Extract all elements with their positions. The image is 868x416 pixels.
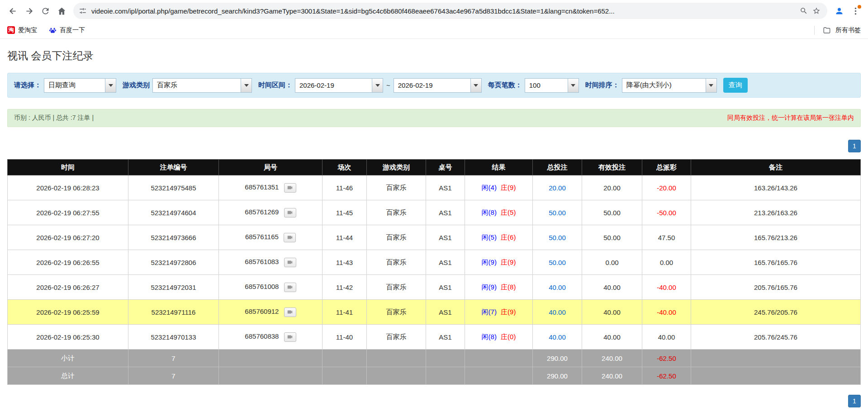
zoom-icon (800, 7, 808, 15)
round-id-value: 685761165 (245, 233, 279, 241)
bookmark-star-button[interactable] (810, 5, 823, 17)
filter-bar: 请选择： 日期查询 游戏类别 百家乐 时间区间： 2026-02-19 ~ 20… (7, 73, 861, 98)
cell-total-bet[interactable]: 40.00 (533, 300, 582, 325)
cell-note: 165.76/165.76 (691, 250, 861, 275)
bookmark-taobao[interactable]: 淘 爱淘宝 (7, 26, 37, 34)
back-button[interactable] (5, 3, 21, 19)
empty-cell (691, 367, 861, 385)
subtotal-valid-bet: 240.00 (582, 350, 642, 367)
cell-table-no: AS1 (426, 275, 465, 300)
cell-bet-id: 523214973666 (128, 225, 219, 250)
select-label: 请选择： (14, 81, 41, 90)
video-replay-button[interactable] (284, 307, 296, 317)
video-replay-button[interactable] (284, 208, 296, 217)
cell-total-bet[interactable]: 40.00 (533, 275, 582, 300)
cell-session: 11-41 (323, 300, 367, 325)
result-player: 闲(5) (482, 233, 497, 241)
browser-toolbar: videoie.com/ipl/portal.php/game/betrecor… (0, 0, 868, 22)
cell-total-bet[interactable]: 50.00 (533, 200, 582, 225)
cell-payout: 0.00 (642, 250, 691, 275)
star-icon (812, 7, 821, 15)
cell-total-bet[interactable]: 50.00 (533, 250, 582, 275)
video-replay-button[interactable] (284, 332, 296, 342)
profile-button[interactable] (831, 3, 847, 19)
bookmark-baidu[interactable]: 百度一下 (49, 26, 85, 34)
cell-game-type: 百家乐 (367, 200, 426, 225)
video-replay-button[interactable] (284, 283, 296, 292)
header-time: 时间 (8, 160, 128, 175)
video-replay-button[interactable] (284, 258, 296, 267)
chevron-down-icon[interactable] (372, 79, 383, 92)
browser-menu-button[interactable] (847, 3, 863, 19)
result-player: 闲(8) (482, 208, 497, 216)
cell-total-bet[interactable]: 40.00 (533, 325, 582, 350)
site-info-icon[interactable] (79, 7, 87, 15)
cell-round-id: 685760912 (219, 300, 323, 325)
pagination-top: 1 (7, 140, 861, 152)
round-id-value: 685760838 (245, 332, 279, 340)
forward-button[interactable] (21, 3, 37, 19)
cell-note: 165.76/213.26 (691, 225, 861, 250)
cell-bet-id: 523214975485 (128, 175, 219, 200)
page-button-1[interactable]: 1 (848, 140, 861, 152)
query-type-dropdown[interactable]: 日期查询 (44, 78, 116, 93)
cell-total-bet[interactable]: 50.00 (533, 225, 582, 250)
url-text[interactable]: videoie.com/ipl/portal.php/game/betrecor… (91, 7, 793, 15)
table-row: 2026-02-19 06:25:59 523214971116 6857609… (8, 300, 861, 325)
all-bookmarks-button[interactable]: 所有书签 (814, 26, 861, 35)
chevron-down-icon[interactable] (470, 79, 481, 92)
cell-time: 2026-02-19 06:26:27 (8, 275, 128, 300)
forward-icon (24, 6, 34, 16)
home-button[interactable] (53, 3, 70, 19)
total-row: 总计 7 290.00 240.00 -62.50 (8, 367, 861, 385)
video-replay-button[interactable] (284, 183, 296, 193)
cell-table-no: AS1 (426, 225, 465, 250)
back-icon (8, 6, 18, 16)
cell-total-bet[interactable]: 20.00 (533, 175, 582, 200)
page-title: 视讯 会员下注纪录 (7, 49, 861, 63)
cell-note: 213.26/163.26 (691, 200, 861, 225)
empty-cell (367, 350, 426, 367)
cell-valid-bet: 40.00 (582, 300, 642, 325)
date-to-value: 2026-02-19 (394, 79, 470, 92)
reload-icon (41, 6, 50, 16)
update-badge (858, 5, 861, 9)
game-type-value: 百家乐 (153, 79, 241, 92)
chevron-down-icon[interactable] (706, 79, 716, 92)
sort-dropdown[interactable]: 降幂(由大到小) (622, 78, 717, 93)
address-bar[interactable]: videoie.com/ipl/portal.php/game/betrecor… (73, 3, 827, 19)
cell-result: 闲(4) 庄(9) (465, 175, 533, 200)
home-icon (57, 6, 66, 16)
game-type-label: 游戏类别 (123, 81, 150, 90)
cell-session: 11-46 (323, 175, 367, 200)
total-total-bet: 290.00 (533, 367, 582, 385)
zoom-button[interactable] (797, 5, 810, 17)
all-bookmarks-label: 所有书签 (835, 26, 861, 34)
cell-result: 闲(7) 庄(9) (465, 300, 533, 325)
chevron-down-icon[interactable] (241, 79, 251, 92)
round-id-value: 685761351 (245, 183, 279, 191)
cell-round-id: 685761351 (219, 175, 323, 200)
time-range-label: 时间区间： (258, 81, 292, 90)
query-button[interactable]: 查询 (723, 78, 748, 93)
chevron-down-icon[interactable] (105, 79, 116, 92)
cell-payout: -20.00 (642, 175, 691, 200)
sort-label: 时间排序： (585, 81, 619, 90)
video-replay-button[interactable] (284, 233, 296, 242)
cell-payout: 47.50 (642, 225, 691, 250)
cell-time: 2026-02-19 06:25:59 (8, 300, 128, 325)
cell-time: 2026-02-19 06:26:55 (8, 250, 128, 275)
game-type-dropdown[interactable]: 百家乐 (152, 78, 252, 93)
date-to-dropdown[interactable]: 2026-02-19 (394, 78, 482, 93)
cell-valid-bet: 40.00 (582, 275, 642, 300)
reload-button[interactable] (37, 3, 53, 19)
page-button-1[interactable]: 1 (848, 395, 861, 407)
table-row: 2026-02-19 06:25:30 523214970133 6857608… (8, 325, 861, 350)
empty-cell (323, 350, 367, 367)
date-from-value: 2026-02-19 (295, 79, 372, 92)
chevron-down-icon[interactable] (568, 79, 579, 92)
page-size-dropdown[interactable]: 100 (525, 78, 579, 93)
separator (814, 26, 815, 35)
cell-table-no: AS1 (426, 300, 465, 325)
date-from-dropdown[interactable]: 2026-02-19 (295, 78, 383, 93)
